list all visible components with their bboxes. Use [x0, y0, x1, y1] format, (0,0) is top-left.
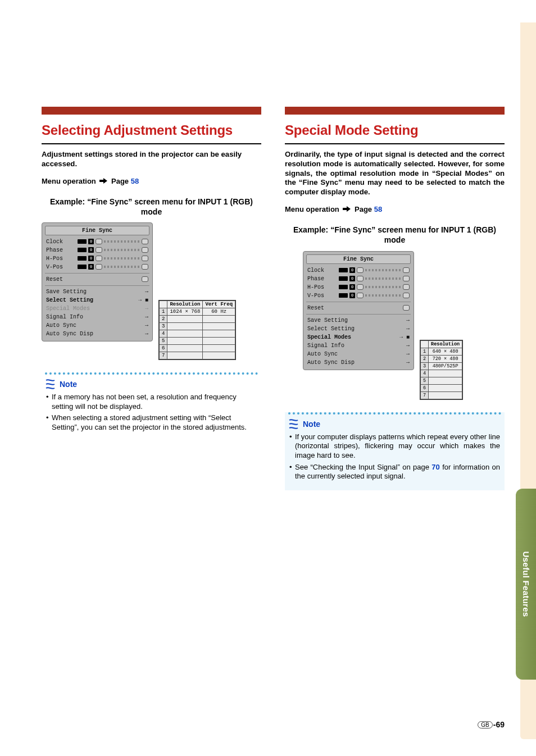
- slider-left-cap: [339, 285, 348, 289]
- osd-reset-row: Reset: [306, 304, 411, 312]
- slider-icon: [357, 267, 364, 273]
- osd-slider-row: V-Pos0: [45, 263, 149, 271]
- osd-slider-label: Phase: [307, 276, 337, 282]
- osd-reset-label: Reset: [46, 276, 63, 283]
- page: Selecting Adjustment Settings Adjustment…: [0, 0, 536, 756]
- osd-item-arrow-icon: →: [370, 343, 410, 349]
- popup-cell: [167, 352, 203, 359]
- osd-slider-label: V-Pos: [46, 264, 75, 270]
- slider-icon: [96, 256, 102, 261]
- page-link[interactable]: 58: [374, 205, 382, 213]
- slider-left-cap: [78, 248, 87, 252]
- osd-menu-item: Save Setting→: [306, 316, 411, 325]
- page-footer: GB-69: [478, 720, 505, 729]
- slider-left-cap: [339, 293, 348, 298]
- osd-slider-row: H-Pos0: [45, 254, 149, 263]
- note-dotted-rule: [45, 372, 258, 375]
- page-link[interactable]: 70: [431, 463, 439, 471]
- popup-cell: [167, 315, 203, 322]
- osd-slider-label: Phase: [46, 247, 75, 253]
- popup-cell: [203, 352, 235, 359]
- osd-separator: [45, 273, 149, 274]
- popup-header: Vert Freq: [203, 300, 235, 308]
- osd-slider-label: H-Pos: [307, 284, 337, 290]
- slider-track: [104, 266, 140, 268]
- osd-slider: 0: [78, 256, 148, 261]
- slider-icon: [142, 247, 148, 253]
- osd-item-label: Auto Sync Disp: [307, 359, 368, 366]
- reset-icon: [142, 276, 148, 282]
- example-caption: Example: “Fine Sync” screen menu for INP…: [285, 225, 505, 245]
- popup-row-num: 4: [160, 330, 167, 337]
- osd-menu-item: Signal Info→: [45, 313, 149, 321]
- slider-icon: [403, 293, 410, 298]
- osd-popup-table: Resolution1640 × 4802720 × 4803480P/525P…: [420, 340, 463, 400]
- osd-slider: 0: [339, 267, 410, 273]
- osd-slider-label: Clock: [307, 267, 337, 274]
- osd-item-label: Select Setting: [307, 326, 368, 332]
- osd-slider: 0: [78, 247, 148, 253]
- osd-menu-item: Special Modes→ ■: [306, 333, 411, 341]
- slider-icon: [403, 267, 410, 273]
- osd-item-arrow-icon: →: [109, 306, 148, 312]
- popup-row-num: 7: [421, 391, 429, 399]
- popup-cell: [429, 391, 462, 399]
- note-icon: [288, 419, 299, 429]
- slider-value: 0: [349, 276, 355, 281]
- menu-op-page-label: Page: [355, 205, 372, 213]
- slider-icon: [357, 284, 364, 290]
- popup-row-num: 1: [160, 308, 167, 315]
- osd-item-label: Select Setting: [46, 297, 107, 303]
- note-heading: Note: [45, 379, 258, 389]
- popup-cell: [167, 344, 203, 352]
- slider-icon: [403, 276, 410, 281]
- note-list-left: If a memory has not been set, a resoluti…: [46, 393, 257, 432]
- popup-cell: 720 × 480: [429, 355, 462, 362]
- osd-slider-group: Clock0Phase0H-Pos0V-Pos0: [45, 238, 149, 271]
- osd-slider-label: H-Pos: [46, 256, 75, 262]
- osd-slider: 0: [339, 293, 410, 298]
- osd-item-arrow-icon: →: [370, 359, 410, 366]
- osd-slider-row: H-Pos0: [306, 283, 411, 292]
- note-heading: Note: [288, 419, 501, 429]
- popup-cell: [203, 330, 235, 337]
- osd-menu-item: Special Modes→: [45, 304, 149, 313]
- popup-cell: [167, 337, 203, 344]
- slider-icon: [96, 264, 102, 270]
- osd-item-arrow-icon: →: [109, 331, 148, 337]
- osd-reset-row: Reset: [45, 275, 149, 284]
- intro-text: Ordinarily, the type of input signal is …: [285, 150, 505, 197]
- osd-panel: Fine Sync Clock0Phase0H-Pos0V-Pos0 Reset…: [303, 251, 414, 370]
- osd-item-label: Signal Info: [46, 314, 107, 320]
- osd-menu-item: Auto Sync Disp→: [45, 330, 149, 338]
- page-link[interactable]: 58: [131, 177, 139, 185]
- popup-table: Resolution1640 × 4802720 × 4803480P/525P…: [420, 340, 462, 399]
- note-block: Note If a memory has not been set, a res…: [42, 372, 261, 441]
- popup-table: ResolutionVert Freq11024 × 76860 Hz23456…: [159, 300, 235, 359]
- popup-row-num: 7: [160, 352, 167, 359]
- popup-corner: [160, 300, 167, 308]
- osd-title: Fine Sync: [306, 254, 411, 264]
- side-tab[interactable]: Useful Features: [516, 489, 536, 680]
- popup-header: Resolution: [167, 300, 203, 308]
- note-item: See “Checking the Input Signal” on page …: [289, 463, 500, 481]
- osd-slider-group: Clock0Phase0H-Pos0V-Pos0: [306, 266, 411, 300]
- osd-item-label: Auto Sync Disp: [46, 331, 107, 337]
- osd-item-label: Auto Sync: [46, 322, 107, 329]
- popup-row-num: 6: [421, 384, 429, 391]
- popup-cell: [167, 322, 203, 330]
- slider-value: 0: [88, 264, 94, 270]
- popup-row-num: 4: [421, 370, 429, 377]
- osd-slider-row: Phase0: [45, 246, 149, 254]
- region-badge: GB: [478, 721, 492, 728]
- reset-icon: [403, 305, 410, 311]
- popup-row-num: 3: [421, 362, 429, 370]
- osd-slider-label: V-Pos: [307, 293, 337, 299]
- example-caption: Example: “Fine Sync” screen menu for INP…: [42, 197, 261, 217]
- osd-item-group: Save Setting→Select Setting→ ■Special Mo…: [45, 288, 149, 338]
- slider-icon: [96, 247, 102, 253]
- slider-track: [104, 240, 140, 243]
- popup-cell: 1024 × 768: [167, 308, 203, 315]
- slider-left-cap: [78, 256, 87, 261]
- note-label: Note: [303, 420, 320, 429]
